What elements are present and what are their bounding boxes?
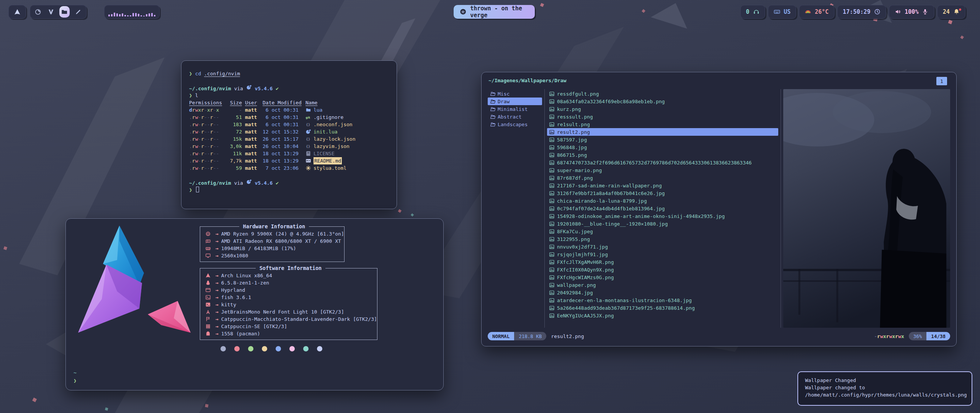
file-name-cell: stylua.toml [305, 164, 389, 172]
file-list-item[interactable]: nnvuv0xj2df71.jpg [547, 243, 778, 250]
file-list-item[interactable]: 20492984.jpg [547, 289, 778, 296]
workspace-vim[interactable] [47, 7, 55, 16]
file-permissions: .rw-r--r-- [189, 114, 223, 121]
status-widget-keyboard-layout[interactable]: US [768, 5, 796, 19]
file-name-cell: {}lazy-lock.json [305, 135, 389, 143]
arrow-icon: → [212, 294, 221, 300]
file-list-item[interactable]: 68747470733a2f2f696d616765732d7769786d70… [547, 159, 778, 166]
arrow-icon: → [212, 309, 221, 315]
file-list-item[interactable]: 08a634fa02a32364f69ebc86a98eb1eb.png [547, 98, 778, 105]
file-list-item[interactable]: chica-mirando-la-luna-8799.jpg [547, 197, 778, 205]
image-file-icon [549, 252, 555, 257]
workspace-folder[interactable] [59, 6, 69, 18]
workspace-brush[interactable] [74, 7, 82, 16]
workspace-firefox[interactable] [34, 7, 42, 16]
file-permissions: .rw-r--r-- [189, 150, 223, 157]
color-dot [248, 346, 253, 351]
theme-icon [204, 316, 212, 322]
prompt-context-line: ~/.config/nvim via v5.4.6 ✔ [189, 85, 389, 92]
file-list-item[interactable]: ressdfgult.png [547, 90, 778, 98]
file-name: LICENSE [314, 150, 335, 157]
file-permissions: .rw-r--r-- [189, 143, 223, 150]
sidebar-folder-abstract[interactable]: Abstract [488, 113, 542, 120]
file-name: 0c794faf07de24a4db4d4fb1eb813964.jpg [557, 206, 665, 211]
audio-visualizer [104, 5, 160, 19]
file-list-item[interactable]: FXfcJlTXgAMvH6R.png [547, 258, 778, 266]
tab-badge[interactable]: 1 [936, 77, 947, 85]
status-widget-clock[interactable]: 17:50:29 [837, 5, 887, 19]
launcher-button[interactable] [8, 5, 26, 19]
notification-toast[interactable]: Wallpaper Changed Wallpaper changed to /… [797, 371, 972, 406]
sidebar-folder-misc[interactable]: Misc [488, 90, 542, 98]
file-name: 5a266e448add93deab367d87173e9f25-6837886… [557, 305, 695, 311]
file-list-item[interactable]: resssult.png [547, 113, 778, 120]
file-name: .gitignore [314, 114, 343, 121]
file-list-item[interactable]: result2.png [547, 128, 778, 136]
file-list-item[interactable]: 0c794faf07de24a4db4d4fb1eb813964.jpg [547, 205, 778, 212]
file-list-item[interactable]: FXfcII0X0AQyn9X.png [547, 266, 778, 273]
info-value: JetBrainsMono Nerd Font Light 10 [GTK2/3… [221, 309, 344, 315]
file-type-icon: {} [305, 122, 311, 127]
command-cd: cd [195, 71, 201, 76]
wm-icon [204, 287, 212, 293]
status-widget-weather[interactable]: 26°C [799, 5, 834, 19]
sidebar-folder-draw[interactable]: Draw [488, 98, 542, 105]
file-list-item[interactable]: super-mario.png [547, 166, 778, 174]
terminal-prompt[interactable]: ❯ [189, 186, 389, 193]
info-row-theme: →Catppuccin-Macchiato-Standard-Lavender-… [204, 315, 377, 323]
media-player-widget[interactable]: thrown - on the verge [454, 5, 535, 19]
mic-icon [922, 8, 928, 15]
file-list-item[interactable]: EeNKYgIUcAAJ5JX.png [547, 312, 778, 319]
file-name: stylua.toml [314, 164, 346, 172]
file-name: ressdfgult.png [557, 91, 599, 97]
status-widget-volume-mic[interactable]: 100% [889, 5, 934, 19]
file-list-item[interactable]: 866715.png [547, 151, 778, 159]
file-list-item[interactable]: 87r687df.png [547, 174, 778, 182]
visualizer-bar [130, 15, 131, 16]
file-list-item[interactable]: re1sult.png [547, 120, 778, 128]
file-list-item[interactable]: 3126f7e9bbf21a8a4af0b67b041c6e26.jpg [547, 189, 778, 197]
file-list-item[interactable]: 3122955.png [547, 235, 778, 243]
file-list-item[interactable]: rsjqojlmjhf91.jpg [547, 250, 778, 258]
sidebar-folder-minimalist[interactable]: Minimalist [488, 105, 542, 113]
breadcrumb-path: ~/Imagenes/Wallpapers/Draw [488, 78, 567, 83]
file-name: README.md [314, 157, 342, 164]
file-type-icon [305, 107, 311, 113]
workspace-switcher [30, 5, 87, 19]
file-list-item[interactable]: 154928-odinokoe_anime-art-anime-okno-sin… [547, 212, 778, 220]
image-file-icon [549, 122, 555, 127]
file-list-item[interactable]: FXfcHgcWIAMzs0G.png [547, 273, 778, 281]
file-list-item[interactable]: 19201080-__blue-tinge__-1920×1080.jpg [547, 220, 778, 228]
file-type-icon: {} [305, 143, 311, 149]
info-value: AMD ATI Radeon RX 6800/6800 XT / 6900 XT [221, 238, 341, 244]
file-list-item[interactable]: 596848.jpg [547, 143, 778, 151]
file-owner: matt [245, 106, 260, 114]
status-widget-headset-count[interactable]: 0 [740, 5, 765, 19]
file-list-item[interactable]: 8FKa7Cu.jpeg [547, 228, 778, 235]
file-list-item[interactable]: wallpaper.png [547, 281, 778, 289]
file-owner: matt [245, 114, 260, 121]
visualizer-bar [132, 13, 134, 16]
file-list-item[interactable]: 217167-sad-anime-rain-wallpaper.png [547, 182, 778, 189]
file-name: 08a634fa02a32364f69ebc86a98eb1eb.png [557, 99, 665, 104]
sidebar-folder-landscapes[interactable]: Landscapes [488, 120, 542, 128]
folder-icon [490, 106, 496, 112]
file-list-item[interactable]: atardecer-en-la-montanas-ilustracion-634… [547, 296, 778, 304]
clock-value: 17:50:29 [843, 8, 871, 15]
notifications-value: 24 [943, 8, 950, 15]
brush-icon [75, 8, 82, 15]
visualizer-bar [127, 15, 129, 16]
image-file-icon [549, 114, 555, 120]
file-permissions: .rw-r--r-- [189, 128, 223, 135]
folder-name: Misc [498, 91, 510, 97]
notification-title: Wallpaper Changed [805, 377, 965, 384]
file-list-item[interactable]: 5a266e448add93deab367d87173e9f25-6837886… [547, 304, 778, 312]
fetch-prompt[interactable]: ~ ❯ [74, 369, 77, 385]
info-value: 10948MiB / 64183MiB (17%) [221, 246, 296, 251]
file-list-item[interactable]: kurz.png [547, 105, 778, 113]
file-list-item[interactable]: 587597.jpg [547, 136, 778, 143]
file-date: 18 oct 13:29 [263, 150, 302, 157]
headset-icon [753, 8, 760, 15]
status-widget-notifications[interactable]: 24 [937, 5, 965, 19]
info-row-display: →980x413 [204, 252, 344, 259]
